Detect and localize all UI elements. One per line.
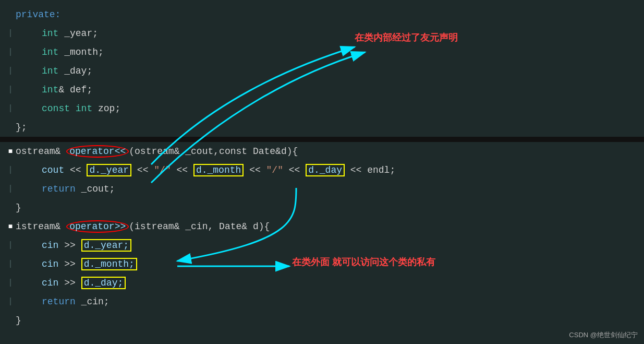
gutter: | (5, 66, 16, 76)
gutter: | (5, 297, 16, 306)
cin-kw: cin (42, 240, 58, 251)
watermark: CSDN @绝世剑仙纪宁 (569, 330, 638, 340)
line-content: int _day; (16, 66, 92, 76)
line-content: const int zop; (16, 103, 120, 114)
line-close-istream: } (0, 311, 644, 330)
annotation-inside-class: 在类内部经过了友元声明 (355, 31, 458, 44)
var-zop: zop; (92, 103, 120, 114)
keyword-private: private: (16, 9, 60, 20)
line-content: return _cout; (16, 184, 115, 194)
cout-op2: << (171, 165, 193, 175)
dmonth-box: d._month (193, 164, 244, 176)
operator-circle: operator<< (66, 145, 129, 158)
line-content: cin >> d._month; (16, 258, 137, 270)
gutter: | (5, 104, 16, 113)
dyear-box: d._year (87, 164, 131, 176)
gutter: | (5, 259, 16, 269)
close-brace-ostream: } (16, 203, 21, 213)
line-content: cin >> d._day; (16, 277, 126, 289)
line-content: } (16, 203, 21, 213)
kw-return2: return (42, 296, 76, 307)
cout-op3: << (283, 165, 306, 175)
kw-const: const (42, 103, 76, 114)
line-ostream-decl: ■ ostream& operator<< (ostream& _cout,co… (0, 142, 644, 161)
slash-str1: "/" (154, 165, 171, 175)
gutter: | (5, 48, 16, 57)
cin-month-text: d._month; (84, 259, 135, 269)
code-area: private: | int _year; | int _month; | in… (0, 0, 644, 344)
annotation-outside-class: 在类外面 就可以访问这个类的私有 (292, 256, 435, 268)
line-content: }; (16, 122, 27, 133)
operator-text: operator<< (69, 146, 126, 157)
gutter: | (5, 184, 16, 194)
gutter: | (5, 278, 16, 288)
kw-int: int (42, 47, 58, 57)
line-cin-day: | cin >> d._day; (0, 274, 644, 292)
line-istream-decl: ■ istream& operator>> (istream& _cin, Da… (0, 217, 644, 236)
line-close-brace: }; (0, 118, 644, 137)
section-divider (0, 137, 644, 142)
istream-params: (istream& _cin, Date& d){ (129, 221, 270, 232)
var-year: _year; (58, 28, 98, 39)
line-day: | int _day; (0, 62, 644, 80)
line-content: int _month; (16, 47, 104, 57)
cin-month-box: d._month; (81, 258, 137, 270)
line-close-ostream: } (0, 198, 644, 217)
var-month: _month; (58, 47, 103, 57)
line-year: | int _year; (0, 24, 644, 43)
cin-kw3: cin (42, 278, 58, 288)
cout-kw: cout (42, 165, 64, 175)
line-private: private: (0, 5, 644, 24)
line-cout: | cout << d._year << "/" << d._month << … (0, 161, 644, 180)
line-cin-year: | cin >> d._year; (0, 236, 644, 255)
cin-year-box: d._year; (81, 239, 131, 252)
line-return-cin: | return _cin; (0, 292, 644, 311)
istream-kw: istream& (16, 221, 66, 232)
line-return-cout: | return _cout; (0, 180, 644, 198)
line-content: int _year; (16, 28, 98, 39)
operator-circle2: operator>> (66, 220, 129, 233)
cin-day-box: d._day; (81, 277, 126, 289)
dday-box: d._day (306, 164, 345, 176)
var-def: & def; (58, 85, 92, 95)
cin-year-text: d._year; (84, 240, 129, 251)
gutter: | (5, 241, 16, 250)
cin-day-text: d._day; (84, 278, 124, 288)
cin-op3: >> (58, 278, 81, 288)
gutter: | (5, 85, 16, 94)
gutter-block2: ■ (5, 222, 16, 231)
cin-op2: >> (58, 259, 81, 269)
gutter: | (5, 165, 16, 175)
line-content: private: (16, 9, 60, 20)
cin-kw2: cin (42, 259, 58, 269)
ostream-params: (ostream& _cout,const Date&d){ (129, 146, 298, 157)
cin-op: >> (58, 240, 81, 251)
line-zop: | const int zop; (0, 99, 644, 118)
kw-int2: int (76, 103, 92, 114)
dyear-text: d._year (89, 165, 129, 175)
cout-endl: << endl; (345, 165, 395, 175)
line-content: ostream& operator<< (ostream& _cout,cons… (16, 145, 298, 158)
kw-int: int (42, 66, 58, 76)
close-brace-istream: } (16, 315, 21, 326)
cout-slash2: << (244, 165, 266, 175)
kw-int: int (42, 28, 58, 39)
ostream-kw: ostream& (16, 146, 66, 157)
line-content: } (16, 315, 21, 326)
cout-slash1: << (131, 165, 154, 175)
close-brace: }; (16, 122, 27, 133)
kw-int: int (42, 85, 58, 95)
gutter-block: ■ (5, 147, 16, 156)
operator2-text: operator>> (69, 221, 126, 232)
line-content: cin >> d._year; (16, 239, 131, 252)
line-content: return _cin; (16, 296, 110, 307)
dmonth-text: d._month (196, 165, 241, 175)
kw-return: return (42, 184, 76, 194)
return-cin: _cin; (76, 296, 110, 307)
line-month: | int _month; (0, 43, 644, 62)
cout-op: << (64, 165, 87, 175)
slash-str2: "/" (266, 165, 283, 175)
dday-text: d._day (308, 165, 342, 175)
line-def: | int & def; (0, 80, 644, 99)
var-day: _day; (58, 66, 92, 76)
